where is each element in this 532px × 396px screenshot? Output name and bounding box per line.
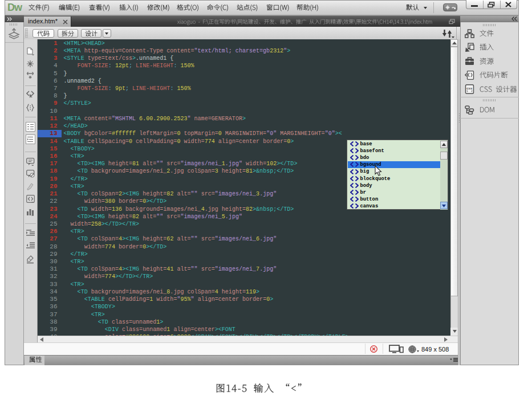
svg-text:css: css — [466, 86, 473, 90]
